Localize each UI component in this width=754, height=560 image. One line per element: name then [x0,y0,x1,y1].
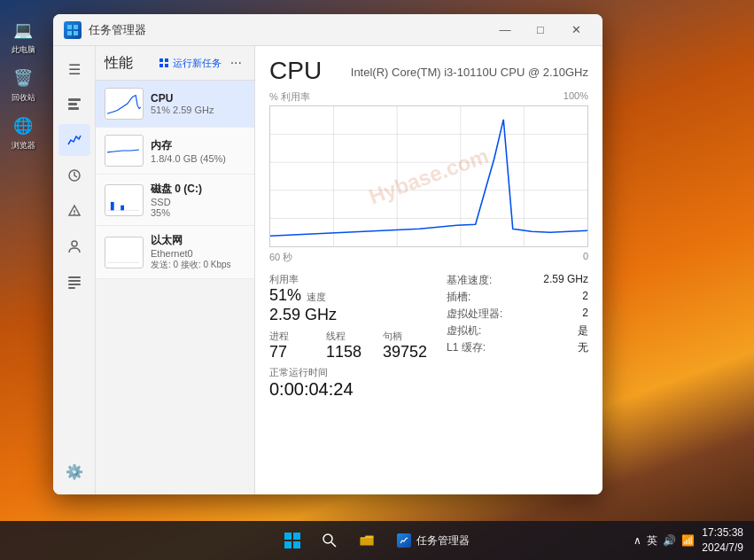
svg-rect-35 [293,541,300,548]
tray-network[interactable]: 📶 [681,534,695,547]
vproc-row: 虚拟处理器: 2 [447,307,588,322]
window-icon [64,21,82,39]
nav-details-icon[interactable] [58,266,90,298]
svg-rect-3 [74,31,78,35]
thread-stat-label: 线程 [326,330,376,343]
time-label-row: 60 秒 0 [269,251,588,264]
svg-rect-16 [159,58,163,62]
runtime-stat-label: 正常运行时间 [269,366,432,379]
stats-area: 利用率 51% 速度 2.59 GHz 进程 [269,273,588,400]
desktop: 💻 此电脑 🗑️ 回收站 🌐 浏览器 任务管理器 [0,0,754,560]
recycle-icon: 🗑️ [11,66,35,90]
handle-stat-label: 句柄 [383,330,432,343]
l1-val: 无 [578,340,588,355]
cpu-mini-chart [105,88,144,120]
nav-performance-icon[interactable] [58,124,90,156]
search-button[interactable] [314,525,346,556]
nav-settings-icon[interactable]: ⚙️ [58,455,90,487]
perf-item-disk[interactable]: 磁盘 0 (C:) SSD 35% [96,175,254,226]
search-icon [322,533,338,548]
svg-rect-0 [67,25,72,29]
svg-rect-4 [68,98,81,101]
detail-title: CPU [269,57,322,85]
detail-subtitle: Intel(R) Core(TM) i3-10110U CPU @ 2.10GH… [351,57,588,79]
task-manager-taskbar-button[interactable]: 任务管理器 [388,530,478,552]
nav-startup-icon[interactable] [58,195,90,227]
nav-processes-icon[interactable] [58,89,90,121]
perf-section-title: 性能 [105,54,133,73]
cpu-item-info: CPU 51% 2.59 GHz [151,92,245,115]
memory-mini-chart [105,135,144,167]
ethernet-mini-chart [105,237,144,268]
computer-icon-label: 此电脑 [12,44,35,56]
explorer-button[interactable] [351,525,383,556]
sockets-row: 插槽: 2 [447,290,588,305]
ethernet-item-sub: Ethernet0 [151,248,245,259]
cpu-chart-svg [270,106,587,246]
nav-users-icon[interactable] [58,230,90,262]
vproc-val: 2 [582,307,588,322]
runtime-stat-value: 0:00:04:24 [269,379,432,400]
ethernet-item-name: 以太网 [151,233,245,248]
maximize-button[interactable]: □ [525,17,556,43]
clock-time: 17:35:38 [702,525,743,541]
l1-row: L1 缓存: 无 [447,340,588,355]
nav-history-icon[interactable] [58,159,90,191]
windows-icon [284,532,301,549]
vproc-label: 虚拟处理器: [447,307,502,322]
runtime-stat: 正常运行时间 0:00:04:24 [269,366,432,400]
svg-rect-33 [293,533,300,540]
l1-label: L1 缓存: [447,340,486,355]
window-title: 任务管理器 [89,22,489,38]
minimize-button[interactable]: — [489,17,521,43]
proc-stat-label: 进程 [269,330,319,343]
start-button[interactable] [276,525,308,556]
svg-rect-21 [111,201,114,209]
svg-rect-15 [68,287,75,289]
computer-icon: 💻 [11,18,35,43]
tray-volume[interactable]: 🔊 [663,534,676,547]
disk-item-name: 磁盘 0 (C:) [151,182,245,197]
svg-rect-14 [68,284,81,285]
ethernet-item-info: 以太网 Ethernet0 发送: 0 接收: 0 Kbps [151,233,245,271]
window-content: ☰ [53,46,602,494]
sys-tray: ∧ 英 🔊 📶 [634,533,695,548]
speed-stat-value: 2.59 GHz [269,306,432,325]
disk-mini-chart [105,184,144,216]
run-task-button[interactable]: 运行新任务 [159,57,222,70]
task-mgr-taskbar-label: 任务管理器 [416,533,470,548]
titlebar: 任务管理器 — □ ✕ [53,14,602,46]
svg-point-10 [74,214,75,215]
detail-header: CPU Intel(R) Core(TM) i3-10110U CPU @ 2.… [269,57,588,85]
handle-stat: 句柄 39752 [383,330,432,362]
close-button[interactable]: ✕ [560,17,592,43]
svg-rect-5 [68,103,77,105]
perf-item-ethernet[interactable]: 以太网 Ethernet0 发送: 0 接收: 0 Kbps [96,226,254,279]
sockets-val: 2 [582,290,588,305]
taskbar-clock[interactable]: 17:35:38 2024/7/9 [702,525,743,556]
svg-rect-18 [159,64,163,67]
tray-chevron[interactable]: ∧ [634,534,641,547]
svg-rect-1 [74,25,78,29]
window-controls: — □ ✕ [489,17,592,43]
taskbar: 任务管理器 ∧ 英 🔊 📶 17:35:38 2024/7/9 [0,521,754,560]
desktop-icon-recycle[interactable]: 🗑️ 回收站 [5,66,41,105]
desktop-icon-browser[interactable]: 🌐 浏览器 [5,113,41,152]
nav-menu-icon[interactable]: ☰ [58,53,90,85]
time-left-label: 60 秒 [269,251,292,264]
perf-item-memory[interactable]: 内存 1.8/4.0 GB (45%) [96,128,254,175]
browser-icon: 🌐 [11,113,35,138]
util-label: % 利用率 [269,90,310,104]
proc-stat: 进程 77 [269,330,319,362]
more-options-button[interactable]: ··· [227,53,245,73]
svg-point-11 [72,241,77,246]
time-right-label: 0 [583,251,588,264]
folder-icon [359,533,375,548]
desktop-icon-computer[interactable]: 💻 此电脑 [5,18,41,57]
taskbar-center: 任务管理器 [276,525,478,556]
proc-stat-value: 77 [269,343,319,362]
perf-item-cpu[interactable]: CPU 51% 2.59 GHz [96,81,254,128]
svg-rect-2 [67,31,72,35]
svg-point-36 [323,534,332,543]
task-mgr-taskbar-icon [397,533,411,548]
